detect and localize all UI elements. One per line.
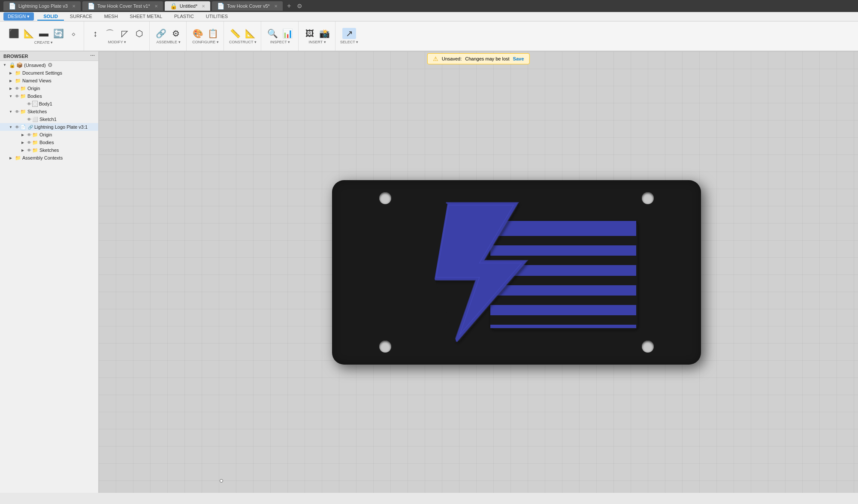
lightning-eye-icon[interactable]: 👁 <box>15 125 19 130</box>
group-assemble: 🔗 ⚙ ASSEMBLE ▾ <box>151 21 187 51</box>
tab-3-icon: 🔒 <box>170 3 177 9</box>
tool-parameters[interactable]: 📋 <box>206 28 220 39</box>
doc-folder-icon: 📁 <box>15 70 21 76</box>
browser-item-sketch1[interactable]: 👁 ⬜ Sketch1 <box>0 115 98 123</box>
bodies-label: Bodies <box>27 94 42 99</box>
root-settings-icon[interactable]: ⚙ <box>48 62 53 68</box>
tab-bar: 📄 Lightning Logo Plate v3 ✕ 📄 Tow Hook C… <box>0 0 858 12</box>
tool-create-more[interactable]: ⬦ <box>66 28 80 39</box>
comp-bodies-folder-icon: 📁 <box>32 140 38 145</box>
browser-item-comp-sketches[interactable]: 👁 📁 Sketches <box>0 146 98 154</box>
tool-joint[interactable]: 🔗 <box>154 28 168 39</box>
body1-icon: □ <box>32 101 38 107</box>
browser-item-root[interactable]: 🔒 📦 (Unsaved) ⚙ <box>0 61 98 69</box>
tree-arrow-root <box>2 62 8 68</box>
tool-select[interactable]: ↗ <box>342 28 356 39</box>
tool-configure[interactable]: 🎨 <box>191 28 205 39</box>
tool-insert[interactable]: 🖼 <box>303 28 317 39</box>
browser-item-named-views[interactable]: 📁 Named Views <box>0 77 98 85</box>
mode-mesh[interactable]: MESH <box>98 13 124 21</box>
bodies-eye-icon[interactable]: 👁 <box>15 94 19 99</box>
tree-arrow-named-views <box>8 78 14 84</box>
lightning-link-icon: 🔗 <box>28 125 33 130</box>
design-dropdown[interactable]: DESIGN ▾ <box>3 12 34 21</box>
browser-item-comp-origin[interactable]: 👁 📁 Origin <box>0 131 98 139</box>
group-select: ↗ SELECT ▾ <box>336 21 362 51</box>
tree-arrow-bodies <box>8 93 14 99</box>
tool-chamfer[interactable]: ◸ <box>118 28 131 39</box>
browser-options-icon[interactable]: ⋯ <box>90 53 95 59</box>
sketches-eye-icon[interactable]: 👁 <box>15 109 19 114</box>
tool-section[interactable]: 📊 <box>281 28 295 39</box>
origin-folder-icon: 📁 <box>20 86 26 91</box>
group-configure: 🎨 📋 CONFIGURE ▾ <box>187 21 224 51</box>
tree-arrow-sketch1 <box>20 116 26 122</box>
tool-measure[interactable]: 🔍 <box>266 28 280 39</box>
tool-press-pull[interactable]: ↕ <box>88 28 102 39</box>
tab-4-close[interactable]: ✕ <box>274 4 278 9</box>
logo-svg <box>405 195 653 350</box>
origin-eye-icon[interactable]: 👁 <box>15 86 19 91</box>
tab-2-close[interactable]: ✕ <box>154 4 158 9</box>
mode-sheet-metal[interactable]: SHEET METAL <box>124 13 168 21</box>
tab-1[interactable]: 📄 Lightning Logo Plate v3 ✕ <box>3 1 81 11</box>
tree-arrow-body1 <box>20 101 26 107</box>
mode-surface[interactable]: SURFACE <box>64 13 98 21</box>
doc-settings-label: Document Settings <box>22 70 62 75</box>
comp-origin-eye-icon[interactable]: 👁 <box>27 133 31 137</box>
tool-fillet[interactable]: ⌒ <box>103 28 117 39</box>
body1-eye-icon[interactable]: 👁 <box>27 102 31 106</box>
tool-angle-plane[interactable]: 📐 <box>243 28 257 39</box>
group-modify-label: MODIFY ▾ <box>108 40 126 44</box>
tree-arrow-origin <box>8 85 14 91</box>
sketch1-icon: ⬜ <box>32 117 38 122</box>
body1-label: Body1 <box>39 101 52 106</box>
browser-item-sketches[interactable]: 👁 📁 Sketches <box>0 108 98 115</box>
tab-2[interactable]: 📄 Tow Hook Cover Test v1* ✕ <box>82 1 163 11</box>
comp-bodies-eye-icon[interactable]: 👁 <box>27 140 31 145</box>
add-tab-button[interactable]: + <box>284 2 293 10</box>
tree-arrow-sketches <box>8 109 14 115</box>
browser-item-origin[interactable]: 👁 📁 Origin <box>0 85 98 92</box>
mode-utilities[interactable]: UTILITIES <box>200 13 234 21</box>
browser-item-body1[interactable]: 👁 □ Body1 <box>0 100 98 108</box>
group-inspect-label: INSPECT ▾ <box>270 40 290 44</box>
tool-decal[interactable]: 📸 <box>317 28 332 39</box>
tree-arrow-assembly <box>8 155 14 161</box>
group-create: ⬛ 📐 ▬ 🔄 ⬦ CREATE ▾ <box>3 21 84 51</box>
tree-arrow-comp-bodies <box>20 139 26 145</box>
viewport[interactable]: ⚠ Unsaved: Changes may be lost Save <box>99 51 858 493</box>
tab-4[interactable]: 📄 Tow Hook Cover v5* ✕ <box>212 1 283 11</box>
browser-item-lightning-comp[interactable]: 👁 📄 🔗 Lightning Logo Plate v3:1 <box>0 123 98 131</box>
tool-shell[interactable]: ⬡ <box>132 28 146 39</box>
mode-plastic[interactable]: PLASTIC <box>168 13 200 21</box>
tool-joint2[interactable]: ⚙ <box>169 28 183 39</box>
browser-item-assembly[interactable]: 📁 Assembly Contexts <box>0 154 98 162</box>
tool-revolve[interactable]: 🔄 <box>51 28 66 39</box>
comp-sketches-label: Sketches <box>39 148 59 153</box>
tool-create-sketch[interactable]: 📐 <box>22 28 36 39</box>
tool-extrude[interactable]: ▬ <box>37 27 51 39</box>
unsaved-banner: ⚠ Unsaved: Changes may be lost Save <box>427 53 530 64</box>
mode-solid[interactable]: SOLID <box>37 13 64 21</box>
comp-origin-label: Origin <box>39 132 52 137</box>
svg-rect-1 <box>490 236 636 245</box>
tab-2-label: Tow Hook Cover Test v1* <box>97 3 150 9</box>
browser-item-doc-settings[interactable]: 📁 Document Settings <box>0 69 98 77</box>
browser-item-comp-bodies[interactable]: 👁 📁 Bodies <box>0 139 98 146</box>
sketch1-eye-icon[interactable]: 👁 <box>27 117 31 122</box>
group-construct: 📏 📐 CONSTRUCT ▾ <box>225 21 261 51</box>
tab-1-icon: 📄 <box>9 3 16 9</box>
tool-new-component[interactable]: ⬛ <box>7 28 21 39</box>
comp-sketches-eye-icon[interactable]: 👁 <box>27 148 31 153</box>
tool-offset-plane[interactable]: 📏 <box>228 28 242 39</box>
tree-arrow-comp-origin <box>20 132 26 138</box>
tab-3[interactable]: 🔒 Untitled* ✕ <box>165 1 211 11</box>
component-icon: 📦 <box>16 62 23 68</box>
tab-4-label: Tow Hook Cover v5* <box>227 3 270 9</box>
browser-item-bodies[interactable]: 👁 📁 Bodies <box>0 92 98 100</box>
tab-1-close[interactable]: ✕ <box>72 4 76 9</box>
tab-3-close[interactable]: ✕ <box>202 4 205 9</box>
tab-settings-icon[interactable]: ⚙ <box>297 3 302 9</box>
save-button[interactable]: Save <box>513 56 524 61</box>
